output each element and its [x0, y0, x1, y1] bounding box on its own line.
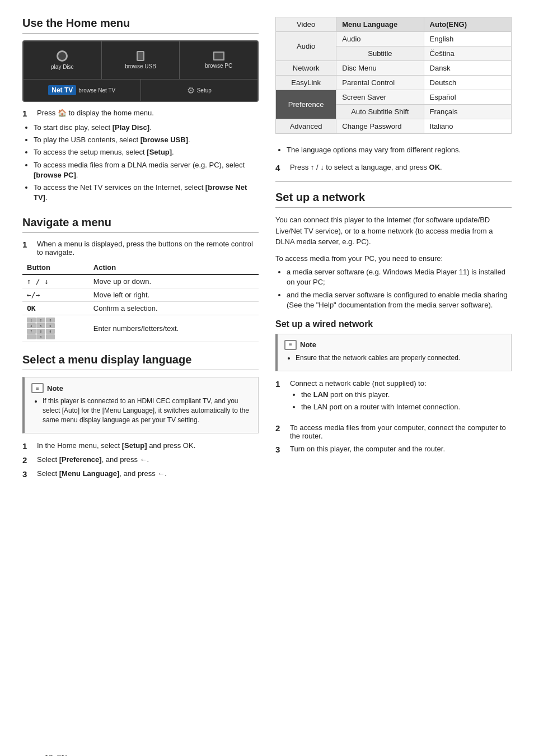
table-row: OK Confirm a selection. — [22, 302, 259, 315]
right-column: Video Menu Language Auto(ENG) Audio Audi… — [275, 17, 512, 483]
select-language-title: Select a menu display language — [22, 353, 259, 370]
step-3-text: Select [Menu Language], and press ←. — [37, 469, 167, 479]
disc-icon — [57, 50, 68, 62]
section-divider-network — [275, 181, 512, 182]
network-intro: You can connect this player to the Inter… — [275, 214, 512, 248]
key-0: 0 — [36, 334, 45, 339]
home-menu-title: Use the Home menu — [22, 17, 259, 34]
note-icon-wired: ≡ — [284, 340, 297, 350]
home-menu-section: Use the Home menu play Disc browse USB — [22, 17, 259, 203]
wired-step-2: 2 To access media files from your comput… — [275, 423, 512, 440]
home-menu-cell-setup: ⚙ Setup — [141, 80, 258, 101]
table-row: Video Menu Language Auto(ENG) — [276, 17, 512, 32]
wired-step-1-content: Connect a network cable (not supplied) t… — [290, 379, 460, 418]
action-updown: Move up or down. — [89, 274, 259, 288]
key-2: 2 — [36, 318, 45, 323]
lang-col-changepassword: Change Password — [336, 119, 424, 134]
bullet-browse-pc: To access media files from a DLNA media … — [34, 160, 259, 180]
lang-col-autosubtitle: Auto Subtitle Shift — [336, 105, 424, 119]
left-column: Use the Home menu play Disc browse USB — [22, 17, 259, 483]
lang-col-francais: Français — [424, 105, 511, 119]
page-lang: EN — [57, 753, 67, 756]
network-bullets: a media server software (e.g. Windows Me… — [287, 267, 512, 310]
lang-options-text: The language options may vary from diffe… — [287, 145, 512, 155]
step-row-1: 1 Press 🏠 to display the home menu. — [22, 109, 259, 118]
keypad-grid: 1 2 3 4 5 6 7 8 9 0 — [27, 318, 85, 339]
lang-col-english: English — [424, 32, 511, 46]
network-bullet-2: and the media server software is configu… — [287, 290, 512, 310]
navigate-step-text: When a menu is displayed, press the butt… — [37, 240, 259, 256]
lang-row-easylink: EasyLink — [276, 76, 336, 90]
home-menu-cell-nettv: Net TV browse Net TV — [24, 80, 141, 101]
navigate-section: Navigate a menu 1 When a menu is display… — [22, 216, 259, 342]
action-ok: Confirm a selection. — [89, 302, 259, 315]
wired-sub-2: the LAN port on a router with Internet c… — [301, 402, 460, 412]
page-number: 12 EN — [45, 753, 67, 756]
nav-table-header-button: Button — [22, 261, 89, 274]
home-menu-cell-usb: browse USB — [102, 41, 180, 79]
table-row: Advanced Change Password Italiano — [276, 119, 512, 134]
table-row: ←/→ Move left or right. — [22, 288, 259, 302]
bullet-browse-nettv: To access the Net TV services on the Int… — [34, 183, 259, 203]
lang-col-dansk: Dansk — [424, 61, 511, 76]
lang-col-cestina: Čeština — [424, 46, 511, 61]
wired-step-3-text: Turn on this player, the computer and th… — [290, 445, 445, 454]
button-leftright: ←/→ — [22, 288, 89, 302]
bullet-play-disc: To start disc play, select [Play Disc]. — [34, 123, 259, 133]
step-num-1: 1 — [22, 441, 31, 451]
note-text: If this player is connected to an HDMI C… — [43, 396, 251, 424]
lang-col-parental: Parental Control — [336, 76, 424, 90]
select-language-section: Select a menu display language ≡ Note If… — [22, 353, 259, 478]
step-number-1: 1 — [22, 109, 31, 118]
note-label: Note — [47, 384, 63, 393]
network-section-title: Set up a network — [275, 191, 512, 208]
table-row-preference: Preference Screen Saver Español — [276, 90, 512, 105]
lang-row-network: Network — [276, 61, 336, 76]
key-1: 1 — [27, 318, 36, 323]
table-row: Audio Audio English — [276, 32, 512, 46]
lang-col-audio: Audio — [336, 32, 424, 46]
lang-col-italiano: Italiano — [424, 119, 511, 134]
key-3: 3 — [46, 318, 55, 323]
note-bullets: If this player is connected to an HDMI C… — [43, 396, 251, 424]
lang-col-auto-eng: Auto(ENG) — [424, 17, 511, 32]
lang-row-preference: Preference — [276, 90, 336, 119]
nav-table-header-action: Action — [89, 261, 259, 274]
key-9: 9 — [46, 329, 55, 334]
lang-options-note: The language options may vary from diffe… — [287, 145, 512, 155]
home-menu-top-row: play Disc browse USB browse PC — [24, 41, 257, 80]
setup-label: Setup — [197, 87, 212, 94]
browse-pc-label: browse PC — [205, 63, 232, 69]
play-disc-label: play Disc — [51, 64, 74, 70]
key-hash — [46, 334, 55, 339]
network-section: Set up a network You can connect this pl… — [275, 191, 512, 454]
navigate-title: Navigate a menu — [22, 216, 259, 233]
wired-note-bullets: Ensure that the network cables are prope… — [296, 353, 504, 363]
wired-step-row-1: 1 Connect a network cable (not supplied)… — [275, 379, 512, 418]
home-step-1: 1 Press 🏠 to display the home menu. To s… — [22, 109, 259, 203]
select-language-note: ≡ Note If this player is connected to an… — [22, 377, 259, 433]
navigate-table: Button Action ↑ / ↓ Move up or down. ←/→… — [22, 261, 259, 342]
lang-col-disc-menu: Disc Menu — [336, 61, 424, 76]
wired-note-text: Ensure that the network cables are prope… — [296, 353, 504, 363]
lang-col-deutsch: Deutsch — [424, 76, 511, 90]
step-num-3: 3 — [22, 469, 31, 479]
bullet-setup: To access the setup menus, select [Setup… — [34, 147, 259, 157]
wired-step-1: 1 Connect a network cable (not supplied)… — [275, 379, 512, 418]
home-menu-bullets: To start disc play, select [Play Disc]. … — [34, 123, 259, 203]
table-row: EasyLink Parental Control Deutsch — [276, 76, 512, 90]
bullet-browse-usb: To play the USB contents, select [browse… — [34, 135, 259, 145]
navigate-step-number: 1 — [22, 240, 31, 256]
home-menu-cell-pc: browse PC — [180, 41, 257, 79]
note-header: ≡ Note — [31, 383, 251, 393]
note-icon: ≡ — [31, 383, 44, 393]
language-table: Video Menu Language Auto(ENG) Audio Audi… — [275, 17, 512, 134]
button-ok: OK — [22, 302, 89, 315]
action-keypad: Enter numbers/letters/text. — [89, 315, 259, 342]
lang-row-video: Video — [276, 17, 336, 32]
page-num: 12 — [45, 753, 53, 756]
step-4-text: Press ↑ / ↓ to select a language, and pr… — [290, 163, 442, 172]
wired-step-num-1: 1 — [275, 379, 284, 418]
wired-step-1-text: Connect a network cable (not supplied) t… — [290, 379, 427, 388]
table-row: Network Disc Menu Dansk — [276, 61, 512, 76]
